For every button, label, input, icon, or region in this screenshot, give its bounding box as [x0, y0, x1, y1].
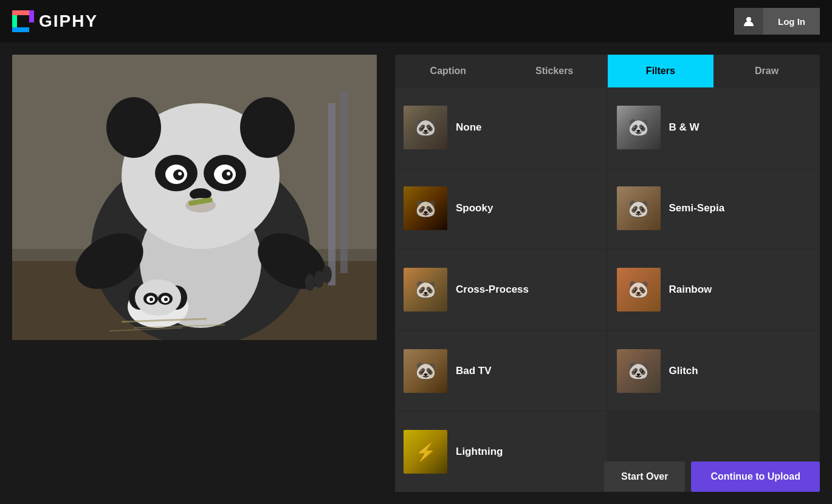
filter-label-badtv: Bad TV — [456, 365, 492, 377]
filter-thumb-rainbow: 🐼 — [617, 268, 661, 312]
filter-thumb-badtv: 🐼 — [404, 349, 447, 393]
tab-draw[interactable]: Draw — [713, 55, 820, 87]
svg-point-14 — [240, 97, 295, 158]
bottom-bar: Start Over Continue to Upload — [604, 461, 820, 492]
filter-none[interactable]: 🐼 None — [395, 87, 607, 168]
filter-label-crossprocess: Cross-Process — [456, 284, 529, 296]
filter-thumb-semisepia: 🐼 — [617, 186, 661, 230]
svg-point-13 — [106, 97, 161, 158]
svg-point-22 — [227, 172, 230, 175]
editor-panel: Caption Stickers Filters Draw 🐼 None — [395, 55, 820, 492]
filter-label-rainbow: Rainbow — [669, 284, 712, 296]
login-area: Log In — [734, 8, 820, 35]
filter-badtv[interactable]: 🐼 Bad TV — [395, 331, 607, 411]
filter-label-lightning: Lightning — [456, 446, 503, 458]
filter-thumb-glitch: 🐼 — [617, 349, 661, 393]
filter-rainbow[interactable]: 🐼 Rainbow — [608, 250, 820, 330]
filter-label-semisepia: Semi-Sepia — [669, 202, 725, 214]
filter-lightning[interactable]: ⚡ Lightning — [395, 412, 607, 492]
svg-point-30 — [322, 266, 332, 283]
svg-point-40 — [164, 298, 168, 301]
svg-rect-3 — [12, 27, 29, 32]
svg-point-39 — [150, 298, 153, 301]
filter-thumb-lightning: ⚡ — [404, 430, 447, 474]
svg-point-28 — [305, 274, 315, 291]
filter-thumb-none: 🐼 — [404, 106, 447, 149]
filter-grid: 🐼 None 🐼 B & W 🐼 Spooky — [395, 87, 820, 492]
filter-thumb-bw: 🐼 — [617, 106, 661, 149]
filter-spooky[interactable]: 🐼 Spooky — [395, 169, 607, 249]
continue-upload-button[interactable]: Continue to Upload — [691, 461, 820, 492]
logo-text: GIPHY — [39, 12, 98, 31]
svg-point-34 — [135, 279, 181, 316]
filter-label-glitch: Glitch — [669, 365, 698, 377]
preview-image — [12, 55, 377, 340]
filter-glitch[interactable]: 🐼 Glitch — [608, 331, 820, 411]
svg-rect-9 — [340, 91, 348, 273]
filter-thumb-crossprocess: 🐼 — [404, 268, 447, 312]
filter-label-bw: B & W — [669, 121, 700, 134]
panda-illustration — [12, 55, 377, 340]
logo-area: GIPHY — [12, 10, 98, 32]
start-over-button[interactable]: Start Over — [604, 461, 685, 492]
tab-stickers[interactable]: Stickers — [501, 55, 608, 87]
svg-point-21 — [178, 172, 182, 175]
filter-thumb-spooky: 🐼 — [404, 186, 447, 230]
svg-rect-8 — [328, 103, 335, 285]
preview-area — [12, 55, 377, 492]
filter-semisepia[interactable]: 🐼 Semi-Sepia — [608, 169, 820, 249]
user-icon — [743, 15, 755, 27]
filter-bw[interactable]: 🐼 B & W — [608, 87, 820, 168]
user-icon-button[interactable] — [734, 8, 763, 35]
tab-filters[interactable]: Filters — [608, 55, 714, 87]
svg-point-4 — [746, 17, 751, 22]
filter-label-none: None — [456, 121, 482, 134]
filter-crossprocess[interactable]: 🐼 Cross-Process — [395, 250, 607, 330]
filter-label-spooky: Spooky — [456, 202, 493, 214]
main-content: Caption Stickers Filters Draw 🐼 None — [0, 43, 832, 504]
tab-caption[interactable]: Caption — [395, 55, 501, 87]
header: GIPHY Log In — [0, 0, 832, 43]
giphy-logo-icon — [12, 10, 34, 32]
tab-bar: Caption Stickers Filters Draw — [395, 55, 820, 87]
login-button[interactable]: Log In — [763, 8, 820, 35]
svg-rect-2 — [29, 10, 34, 22]
